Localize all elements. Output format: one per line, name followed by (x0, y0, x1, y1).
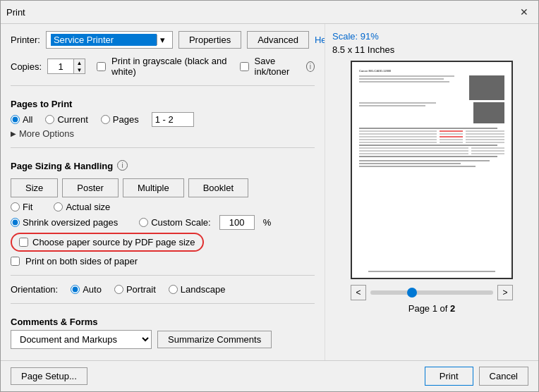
fit-radio[interactable] (11, 202, 20, 212)
options-row: Copies: 1 ▲ ▼ Print in grayscale (black … (11, 56, 315, 77)
saveink-checkbox[interactable] (240, 62, 249, 71)
print-button[interactable]: Print (425, 367, 473, 386)
more-options-arrow: ▶ (11, 130, 16, 137)
pages-radio-row: All Current Pages 1 - 2 (11, 112, 315, 127)
divider1 (11, 85, 315, 86)
prev-page-button[interactable]: < (351, 285, 366, 300)
properties-button[interactable]: Properties (178, 31, 241, 49)
divider2 (11, 147, 315, 148)
orientation-section: Orientation: Auto Portrait Landscape (11, 284, 315, 295)
pages-range-input[interactable]: 1 - 2 (152, 112, 194, 127)
page-size-text: 8.5 x 11 Inches (332, 44, 394, 55)
portrait-radio[interactable] (114, 285, 123, 294)
shrink-row: Shrink oversized pages Custom Scale: 100… (11, 215, 315, 230)
bothsides-label[interactable]: Print on both sides of paper (25, 256, 138, 267)
portrait-radio-label[interactable]: Portrait (114, 284, 156, 295)
bottom-right-buttons: Print Cancel (425, 367, 528, 386)
comments-title: Comments & Forms (11, 317, 315, 327)
grayscale-row: Print in grayscale (black and white) (97, 56, 228, 77)
printer-select[interactable]: Service Printer ▾ (46, 31, 173, 49)
summarize-button[interactable]: Summarize Comments (157, 331, 272, 348)
right-panel: Scale: 91% 8.5 x 11 Inches Canon MG-CADD… (325, 24, 538, 360)
current-radio-label[interactable]: Current (45, 114, 87, 125)
custom-scale-row: Custom Scale: 100 % (139, 215, 271, 230)
choosepaper-checkbox[interactable] (19, 238, 28, 247)
shrink-radio[interactable] (11, 218, 20, 227)
choose-paper-box: Choose paper source by PDF page size (11, 233, 204, 252)
cancel-button[interactable]: Cancel (479, 367, 528, 386)
orientation-row: Orientation: Auto Portrait Landscape (11, 284, 315, 295)
all-radio[interactable] (11, 115, 20, 124)
sizing-section-title: Page Sizing & Handling (11, 161, 113, 171)
printer-value: Service Printer (51, 34, 157, 46)
title-bar: Print ✕ (1, 1, 538, 24)
close-button[interactable]: ✕ (516, 5, 533, 19)
pages-radio[interactable] (101, 115, 110, 124)
divider4 (11, 303, 315, 304)
bothsides-checkbox[interactable] (11, 257, 20, 266)
pages-to-print-section: Pages to Print All Current Pages 1 - 2 (11, 94, 315, 139)
current-radio[interactable] (45, 115, 54, 124)
grayscale-label[interactable]: Print in grayscale (black and white) (111, 56, 228, 77)
auto-radio-label[interactable]: Auto (71, 284, 102, 295)
print-dialog: Print ✕ Printer: Service Printer ▾ Prope… (0, 0, 539, 392)
sizing-buttons: Size Poster Multiple Booklet (11, 178, 315, 197)
all-radio-label[interactable]: All (11, 114, 32, 125)
fit-options-row: Fit Actual size (11, 202, 315, 212)
page-slider-thumb[interactable] (407, 288, 417, 298)
copies-down[interactable]: ▼ (73, 66, 85, 73)
size-button[interactable]: Size (11, 178, 58, 197)
comments-select[interactable]: Document and Markups (11, 330, 152, 349)
page-sizing-section: Page Sizing & Handling i Size Poster Mul… (11, 157, 315, 267)
advanced-button[interactable]: Advanced (247, 31, 309, 49)
poster-button[interactable]: Poster (62, 178, 119, 197)
dialog-body: Printer: Service Printer ▾ Properties Ad… (1, 24, 538, 360)
booklet-button[interactable]: Booklet (188, 178, 248, 197)
left-panel: Printer: Service Printer ▾ Properties Ad… (1, 24, 325, 360)
landscape-radio[interactable] (169, 285, 178, 294)
dialog-title: Print (6, 7, 25, 18)
both-sides-row: Print on both sides of paper (11, 256, 315, 267)
auto-radio[interactable] (71, 285, 80, 294)
page-slider-track[interactable] (370, 290, 493, 295)
copies-up[interactable]: ▲ (73, 59, 85, 66)
shrink-radio-label[interactable]: Shrink oversized pages (11, 217, 118, 228)
copies-row: Copies: 1 ▲ ▼ (11, 59, 85, 74)
page-setup-button[interactable]: Page Setup... (11, 367, 87, 385)
page-info-total: 2 (450, 303, 455, 314)
printer-dropdown-arrow: ▾ (157, 35, 168, 45)
landscape-radio-label[interactable]: Landscape (169, 284, 226, 295)
pagination-row: < > (351, 285, 513, 300)
orientation-title: Orientation: (11, 284, 58, 295)
copies-input[interactable]: 1 (48, 59, 73, 73)
choosepaper-label[interactable]: Choose paper source by PDF page size (32, 237, 195, 247)
percent-label: % (263, 217, 272, 228)
sizing-info-icon: i (117, 160, 128, 171)
actualsize-radio-label[interactable]: Actual size (54, 202, 110, 212)
comments-section: Comments & Forms Document and Markups Su… (11, 312, 315, 349)
printer-label: Printer: (11, 35, 40, 45)
custom-scale-input[interactable]: 100 (219, 215, 255, 230)
copies-input-wrap: 1 ▲ ▼ (47, 59, 85, 74)
saveink-label[interactable]: Save ink/toner (255, 56, 301, 77)
printer-row: Printer: Service Printer ▾ Properties Ad… (11, 31, 315, 49)
bottom-bar: Page Setup... Print Cancel (1, 360, 538, 391)
scale-text: Scale: 91% (332, 31, 379, 42)
customscale-radio-label[interactable]: Custom Scale: (139, 217, 211, 228)
saveink-info-icon: i (306, 61, 315, 72)
page-info: Page 1 of 2 (408, 303, 456, 314)
copies-spinner: ▲ ▼ (73, 59, 85, 73)
customscale-radio[interactable] (139, 218, 148, 227)
grayscale-checkbox[interactable] (97, 62, 106, 71)
pages-radio-label[interactable]: Pages (101, 114, 139, 125)
actualsize-radio[interactable] (54, 202, 63, 212)
copies-label: Copies: (11, 61, 42, 72)
next-page-button[interactable]: > (497, 285, 513, 300)
fit-radio-label[interactable]: Fit (11, 202, 32, 212)
help-link[interactable]: Help ? (315, 35, 325, 46)
multiple-button[interactable]: Multiple (123, 178, 184, 197)
page-info-text: Page 1 of (408, 303, 450, 314)
comments-row: Document and Markups Summarize Comments (11, 330, 315, 349)
more-options[interactable]: ▶ More Options (11, 128, 315, 139)
divider3 (11, 275, 315, 276)
